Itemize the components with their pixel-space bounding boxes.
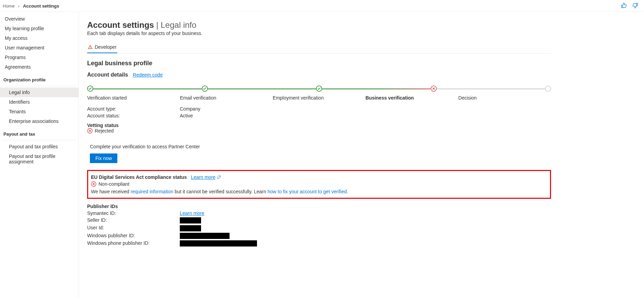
redacted-value [180,217,201,224]
redacted-value [180,225,201,231]
redeem-code-link[interactable]: Redeem code [133,72,163,78]
warning-icon [88,45,93,49]
publisher-row-label: Windows phone publisher ID: [87,240,180,247]
sidebar-item[interactable]: Tenants [0,107,79,116]
account-type-label: Account type: [87,106,180,112]
step-pending-icon [545,85,551,92]
sidebar-section-payout: Payout and tax [0,126,79,139]
account-status-value: Active [180,113,193,118]
vetting-status-value: Rejected [95,128,114,134]
step-label: Verification started [87,95,180,101]
vetting-status-label: Vetting status [87,123,551,128]
sidebar-item[interactable]: Programs [0,53,79,62]
breadcrumb: Home › Account settings [3,3,59,9]
svg-point-1 [90,48,90,48]
publisher-ids-heading: Publisher IDs [87,204,551,209]
dsa-learn-more-link[interactable]: Learn more [191,174,221,180]
sidebar-item[interactable]: User management [0,43,79,53]
sidebar-item[interactable]: Enterprise associations [0,116,79,126]
redacted-value [180,240,257,247]
account-status-label: Account status: [87,113,180,118]
required-info-link[interactable]: required information [131,189,174,194]
external-link-icon [217,175,221,179]
page-subtitle: Each tab displays details for aspects of… [87,31,551,36]
sidebar-item[interactable]: Agreements [0,62,79,72]
legal-profile-heading: Legal business profile [87,60,551,67]
publisher-row-label: Windows publisher ID: [87,233,180,239]
svg-point-6 [545,86,551,91]
error-icon [91,181,96,187]
publisher-row-label: Symantec ID: [87,210,180,216]
sidebar-item[interactable]: Payout and tax profiles [0,142,79,151]
dsa-message: We have received required information bu… [91,189,547,194]
sidebar-item[interactable]: Payout and tax profile assignment [0,151,79,167]
breadcrumb-current: Account settings [23,3,59,9]
sidebar-item[interactable]: Legal info [0,88,79,97]
step-error-icon [431,85,437,92]
redacted-value [180,233,230,239]
thumbs-down-icon[interactable] [632,2,639,10]
step-label: Decision [458,95,551,101]
page-title: Account settings | Legal info [87,20,551,30]
step-label: Email verification [180,95,272,101]
step-label: Business verification [365,95,458,101]
how-to-fix-link[interactable]: how to fix your account to get verified [268,189,347,194]
fix-now-button[interactable]: Fix now [90,153,117,163]
tab-developer[interactable]: Developer [87,42,117,53]
publisher-row-label: Seller ID: [87,217,180,224]
account-details-heading: Account details [87,72,128,78]
error-icon [87,128,93,134]
sidebar-item[interactable]: Overview [0,14,79,24]
learn-more-link[interactable]: Learn more [180,210,204,216]
sidebar-item[interactable]: My access [0,33,79,43]
chevron-right-icon: › [18,3,20,9]
dsa-status-value: Non-compliant [98,181,129,187]
step-check-icon [87,85,93,92]
dsa-title: EU Digital Services Act compliance statu… [91,174,187,180]
thumbs-up-icon[interactable] [621,2,628,10]
dsa-compliance-box: EU Digital Services Act compliance statu… [87,170,551,199]
verification-prompt: Complete your verification to access Par… [90,144,551,149]
sidebar-item[interactable]: My learning profile [0,24,79,33]
step-check-icon [316,85,322,92]
sidebar-item[interactable]: Identifiers [0,97,79,107]
account-type-value: Company [180,106,200,112]
step-check-icon [202,85,208,92]
verification-stepper [87,85,551,92]
breadcrumb-home[interactable]: Home [3,3,15,9]
step-label: Employment verification [273,95,365,101]
publisher-row-label: User Id: [87,225,180,231]
sidebar-section-org: Organization profile [0,72,79,84]
sidebar: OverviewMy learning profileMy accessUser… [0,12,79,298]
